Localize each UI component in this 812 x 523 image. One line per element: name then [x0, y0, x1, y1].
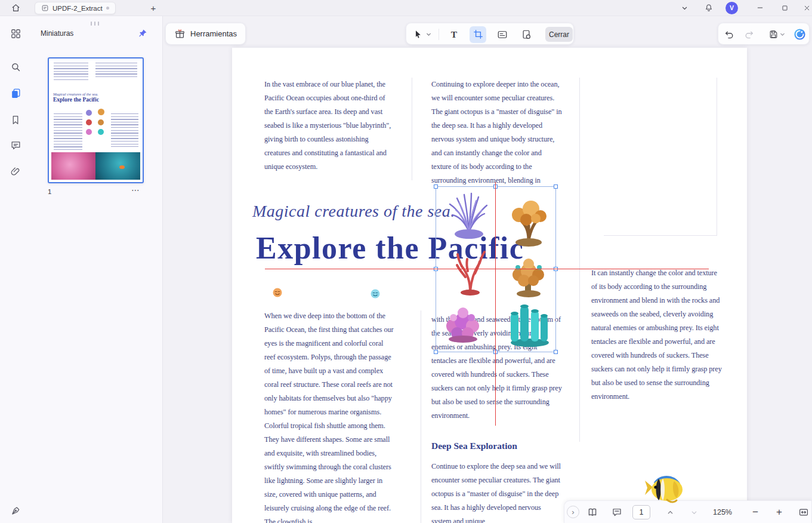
- thumb-coral-dot: [86, 119, 92, 125]
- tools-menu-button[interactable]: Herramientas: [165, 23, 246, 45]
- collapse-toolbar-button[interactable]: [677, 1, 691, 14]
- search-icon: [10, 61, 21, 73]
- window-close-button[interactable]: [799, 1, 812, 14]
- signature-button[interactable]: [7, 502, 24, 519]
- ai-assistant-button[interactable]: [791, 26, 808, 43]
- thumb-textlines: [95, 63, 137, 79]
- thumb-textlines: [111, 113, 138, 147]
- page-number-input[interactable]: [632, 505, 650, 519]
- extracted-image-placeholder[interactable]: [604, 78, 717, 236]
- search-button[interactable]: [7, 59, 24, 75]
- text-tool-button[interactable]: T: [446, 26, 462, 43]
- octopus-right-paragraph: It can instantly change the color and te…: [591, 266, 724, 404]
- octopus-intro-paragraph: Continuing to explore deeper into the oc…: [431, 78, 562, 187]
- new-tab-button[interactable]: +: [147, 2, 159, 14]
- next-page-button[interactable]: [687, 506, 700, 519]
- zoom-level[interactable]: 125%: [708, 508, 737, 516]
- close-crop-mode-button[interactable]: Cerrar: [545, 27, 573, 42]
- thumb-coral-dot: [98, 129, 104, 135]
- reading-mode-button[interactable]: [586, 506, 599, 519]
- thumb-reef-photo: [95, 152, 140, 180]
- smiley-blue-icon: [370, 288, 381, 299]
- thumb-coral-dot: [86, 110, 92, 116]
- paperclip-icon: [10, 167, 21, 177]
- crop-selection-box[interactable]: [436, 186, 556, 352]
- apps-menu-button[interactable]: [7, 25, 24, 42]
- tools-menu-label: Herramientas: [190, 29, 237, 38]
- thumb-textlines: [54, 63, 88, 82]
- resize-handle-sw[interactable]: [434, 350, 438, 354]
- page-settings-button[interactable]: [518, 26, 535, 43]
- chevron-down-icon: [680, 4, 689, 13]
- pdf-page[interactable]: In the vast embrace of our blue planet, …: [232, 48, 747, 523]
- workspace: Herramientas T Cerrar: [163, 16, 812, 523]
- undo-button[interactable]: [721, 26, 737, 43]
- document-tab[interactable]: UPDF-2_Extract: [35, 2, 116, 14]
- minimize-icon: [756, 4, 764, 12]
- select-tool-dropdown[interactable]: [424, 26, 433, 43]
- page-options-button[interactable]: ⋯: [131, 185, 140, 195]
- thumbnails-panel-title: Miniaturas: [41, 29, 73, 38]
- zoom-in-button[interactable]: +: [773, 506, 786, 519]
- close-icon: [803, 4, 811, 12]
- column-rule: [412, 78, 412, 180]
- thumbnail-page-number: 1: [48, 188, 51, 195]
- bookmarks-button[interactable]: [7, 112, 24, 128]
- page-thumbnail-1[interactable]: Magical creatures of the sea. Explore th…: [48, 57, 144, 183]
- thumb-anemone-photo: [51, 152, 95, 180]
- bell-icon: [704, 3, 714, 13]
- comment-bubble-icon: [612, 507, 622, 518]
- home-icon: [11, 3, 21, 13]
- thumb-title: Explore the Pacific: [53, 97, 143, 103]
- tab-document-icon: [41, 4, 49, 12]
- resize-handle-ne[interactable]: [554, 184, 558, 189]
- grid-icon: [10, 28, 21, 39]
- thumb-textlines: [54, 113, 82, 150]
- annotations-toggle-button[interactable]: [610, 506, 623, 519]
- select-tool-button[interactable]: [409, 26, 426, 43]
- fit-page-button[interactable]: [797, 506, 810, 519]
- home-button[interactable]: [8, 2, 23, 14]
- panel-drag-handle[interactable]: [91, 21, 99, 26]
- pin-icon: [138, 29, 147, 38]
- thumbnails-panel-button[interactable]: [7, 85, 24, 101]
- content-card-icon: [497, 29, 508, 40]
- pages-icon: [10, 88, 21, 99]
- save-dropdown[interactable]: [778, 26, 786, 43]
- thumb-clownfish-dot: [119, 165, 125, 169]
- thumb-coral-dot: [98, 119, 104, 125]
- bookmark-icon: [10, 115, 21, 125]
- extract-content-button[interactable]: [494, 26, 511, 43]
- resize-handle-nw[interactable]: [434, 184, 438, 189]
- collapse-bar-button[interactable]: ›: [567, 506, 579, 518]
- thumb-coral-dot: [98, 109, 104, 115]
- user-avatar[interactable]: V: [725, 2, 738, 14]
- attachments-button[interactable]: [7, 164, 24, 180]
- window-maximize-button[interactable]: [777, 1, 792, 14]
- resize-handle-se[interactable]: [554, 350, 558, 354]
- comment-sticker-orange[interactable]: [272, 287, 283, 298]
- tab-title: UPDF-2_Extract: [53, 5, 103, 12]
- window-minimize-button[interactable]: [753, 1, 767, 14]
- pin-panel-button[interactable]: [137, 27, 149, 39]
- butterflyfish-image[interactable]: [643, 469, 686, 506]
- zoom-out-button[interactable]: −: [749, 506, 762, 519]
- maximize-icon: [781, 4, 789, 12]
- comments-button[interactable]: [7, 137, 24, 153]
- coral-reef-paragraph: When we dive deep into the bottom of the…: [264, 309, 396, 523]
- chevron-down-icon: [779, 31, 786, 38]
- chevron-down-icon: [425, 31, 432, 38]
- notifications-button[interactable]: [702, 1, 716, 14]
- crop-tool-button[interactable]: [470, 26, 486, 43]
- comment-sticker-blue[interactable]: [370, 288, 381, 299]
- edit-toolbar: T Cerrar: [406, 23, 574, 45]
- thumbnails-panel: Miniaturas Magical creatures of the sea.…: [31, 16, 163, 523]
- column-rule: [579, 78, 580, 442]
- alignment-guide-vertical: [495, 182, 496, 426]
- app-window: UPDF-2_Extract + V: [0, 0, 812, 523]
- chevron-up-icon: [666, 509, 674, 516]
- previous-page-button[interactable]: [663, 506, 677, 519]
- redo-button[interactable]: [741, 26, 758, 43]
- redo-icon: [744, 29, 755, 40]
- book-icon: [587, 507, 598, 518]
